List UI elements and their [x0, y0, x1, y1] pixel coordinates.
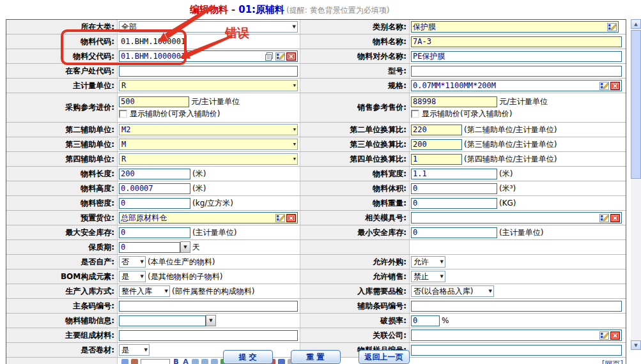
- allow-sale-select[interactable]: 禁止▼: [411, 271, 445, 282]
- table-row: 物料高度:0.00007(米)物料体积:0(米³): [6, 181, 626, 196]
- edit-icon[interactable]: [275, 214, 285, 222]
- mold-no-field[interactable]: [411, 212, 622, 224]
- inbound-mode-select[interactable]: 整件入库▼: [119, 285, 170, 297]
- inbound-mode-cell: 整件入库▼(部件属整件的构成物料): [118, 284, 300, 298]
- major-category-select[interactable]: 全部▼: [119, 21, 298, 33]
- shelf-life-cell: 0▼天: [118, 240, 300, 254]
- purchase-price-input[interactable]: 500: [119, 96, 189, 107]
- ratio4-input[interactable]: 1: [411, 154, 462, 165]
- shelf-life-dropdown-button[interactable]: ▼: [180, 241, 190, 253]
- spec-field[interactable]: 0.07MM*1100MM*200M: [411, 80, 622, 91]
- unit4-select[interactable]: R▼: [119, 153, 298, 165]
- model-field-line: [411, 66, 622, 77]
- ratio3-input[interactable]: 200: [411, 139, 462, 150]
- allow-purchase-selected-value: 允许: [413, 257, 429, 268]
- width-input[interactable]: 1.1: [411, 169, 497, 179]
- edit-icon[interactable]: [599, 82, 609, 90]
- category-name-field-icons: [607, 23, 617, 31]
- unit2-select[interactable]: M2▼: [119, 124, 298, 135]
- spec-field-icons: [599, 82, 620, 90]
- aux-info-dropdown-button[interactable]: ▼: [206, 315, 216, 326]
- clear-icon[interactable]: [610, 214, 620, 222]
- damage-rate-input[interactable]: 0: [411, 315, 440, 326]
- self-produced-select[interactable]: 否▼: [119, 256, 146, 268]
- parent-code-field[interactable]: 01.BHM.1000001: [119, 50, 298, 62]
- sale-price-aux-price-checkbox[interactable]: [411, 110, 419, 118]
- edit-icon[interactable]: [275, 52, 285, 61]
- reset-button[interactable]: 重 置: [291, 350, 341, 364]
- bom-element-select[interactable]: 是▼: [119, 271, 146, 282]
- clear-icon[interactable]: [286, 52, 296, 61]
- length-cell: 200(米): [118, 167, 300, 181]
- table-row: 物料辅助信息:▼破损率:0%: [6, 314, 626, 328]
- parent-code-cell: 01.BHM.1000001: [118, 49, 300, 63]
- clear-icon[interactable]: [286, 214, 296, 222]
- width-field-line: 1.1(米): [411, 169, 513, 179]
- clear-icon[interactable]: [610, 331, 620, 340]
- scrollbar-thumb[interactable]: [631, 30, 641, 179]
- length-input[interactable]: 200: [119, 169, 190, 179]
- external-name-input[interactable]: PE保护膜: [411, 51, 622, 62]
- edit-icon[interactable]: [599, 331, 609, 340]
- ratio2-input[interactable]: 220: [411, 125, 462, 135]
- height-cell: 0.00007(米): [118, 181, 300, 195]
- model-input[interactable]: [411, 66, 622, 77]
- related-company-field[interactable]: [411, 330, 622, 341]
- bom-element-unit-note: (是其他物料的子物料): [148, 271, 222, 282]
- scroll-up-button[interactable]: ▲: [631, 19, 641, 29]
- ratio3-field-line: 200(第三辅助单位/主计量单位): [411, 139, 557, 150]
- aux-barcode-input[interactable]: [411, 301, 622, 312]
- spec-cell: 0.07MM*1100MM*200M: [410, 79, 626, 93]
- mold-no-cell: [410, 211, 626, 225]
- clear-icon[interactable]: [610, 82, 620, 90]
- shelf-life-input[interactable]: 0: [119, 242, 180, 253]
- aux-info-input[interactable]: [119, 315, 206, 326]
- back-button[interactable]: 返回上一页: [359, 350, 410, 364]
- table-row: 在客户处代码:型号:: [6, 64, 626, 79]
- main-barcode-input[interactable]: [119, 301, 298, 312]
- submit-button[interactable]: 提 交: [223, 350, 273, 364]
- sale-price-field-line: 88998元/主计量单位: [411, 96, 548, 107]
- damage-rate-cell: 0%: [410, 314, 626, 328]
- ratio4-cell: 1(第四辅助单位/主计量单位): [410, 152, 626, 166]
- edit-icon[interactable]: [599, 214, 609, 222]
- main-unit-select[interactable]: R▼: [119, 80, 298, 91]
- scroll-down-button[interactable]: ▼: [631, 340, 641, 350]
- unit3-select[interactable]: M▼: [119, 139, 298, 150]
- length-field-line: 200(米): [119, 169, 206, 179]
- customer-code-input[interactable]: [119, 66, 298, 77]
- edit-icon[interactable]: [607, 23, 617, 31]
- copy-icon[interactable]: [265, 52, 274, 61]
- category-name-field-line: 保护膜: [411, 21, 619, 33]
- table-row: BOM构成元素:是▼(是其他物料的子物料)允许销售:禁止▼: [6, 269, 626, 284]
- purchase-price-aux-price-checkbox[interactable]: [119, 110, 127, 118]
- major-category-cell: 全部▼: [118, 20, 300, 34]
- allow-purchase-select[interactable]: 允许▼: [411, 256, 445, 268]
- purchase-price-unit-note: 元/主计量单位: [191, 96, 240, 107]
- max-safe-stock-input[interactable]: 0: [119, 227, 190, 238]
- min-safe-stock-input[interactable]: 0: [411, 227, 497, 238]
- spec-field-line: 0.07MM*1100MM*200M: [411, 80, 622, 91]
- preset-location-field[interactable]: 总部原材料仓: [119, 212, 298, 224]
- category-name-field[interactable]: 保护膜: [411, 21, 619, 33]
- main-material-field-line: [119, 330, 298, 341]
- max-safe-stock-cell: 0(主计量单位): [118, 225, 300, 239]
- purchase-price-field-stack: 500元/主计量单位显示辅助价(可录入辅助价): [119, 96, 240, 119]
- ratio2-unit-note: (第二辅助单位/主计量单位): [464, 125, 557, 135]
- field-label-aux-info: 物料辅助信息:: [6, 314, 118, 328]
- ratio2-cell: 220(第二辅助单位/主计量单位): [410, 123, 626, 137]
- main-material-input[interactable]: [119, 330, 298, 341]
- field-label-related-company: 关联公司:: [300, 328, 410, 342]
- length-unit-note: (米): [192, 169, 206, 179]
- height-input[interactable]: 0.00007: [119, 183, 190, 194]
- inbound-inspection-field-line: 否(以合格品入库)▼: [411, 285, 494, 297]
- table-row: 物料代码:01.BHM.1000001物料名称:7A-3: [6, 34, 626, 49]
- density-input[interactable]: 0: [119, 198, 190, 209]
- inbound-inspection-select[interactable]: 否(以合格品入库)▼: [411, 285, 494, 297]
- weight-input[interactable]: 0: [411, 198, 497, 209]
- major-category-selected-value: 全部: [121, 22, 137, 33]
- purchase-price-cell: 500元/主计量单位显示辅助价(可录入辅助价): [118, 93, 300, 122]
- volume-input[interactable]: 0: [411, 183, 497, 194]
- sale-price-input[interactable]: 88998: [411, 96, 497, 107]
- material-name-input[interactable]: 7A-3: [411, 36, 622, 47]
